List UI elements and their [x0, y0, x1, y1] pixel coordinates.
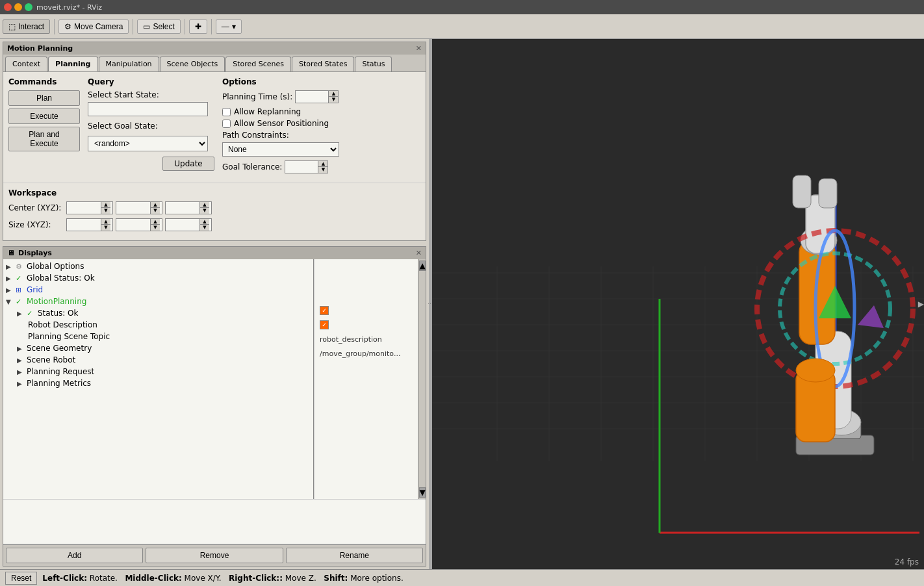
allow-replanning-checkbox[interactable] — [222, 108, 231, 116]
tab-context[interactable]: Context — [5, 57, 47, 71]
tree-item-planning-request[interactable]: ▶ Planning Request — [3, 366, 313, 377]
cz-up[interactable]: ▲ — [200, 202, 209, 208]
mp-close-button[interactable]: ✕ — [416, 44, 422, 53]
tree-item-scene-geometry[interactable]: ▶ Scene Geometry — [3, 342, 313, 354]
value-row-motion-planning: ✓ — [317, 303, 415, 318]
plan-execute-button[interactable]: Plan and Execute — [8, 127, 80, 151]
scroll-up[interactable]: ▲ — [419, 261, 426, 271]
update-button[interactable]: Update — [162, 157, 214, 171]
add-display-button[interactable]: Add — [6, 548, 143, 563]
scrollbar[interactable]: ▲ ▼ — [418, 259, 426, 499]
start-state-input[interactable] — [88, 102, 208, 116]
query-section: Query Select Start State: Select Goal St… — [88, 77, 214, 177]
size-y-spinbox[interactable]: 2.00 ▲ ▼ — [116, 218, 162, 231]
add-button[interactable]: ✚ — [189, 19, 207, 34]
size-x-spinbox[interactable]: 2.00 ▲ ▼ — [66, 218, 113, 231]
svg-rect-28 — [819, 179, 837, 208]
spin-down[interactable]: ▼ — [329, 97, 338, 103]
cz-down[interactable]: ▼ — [200, 208, 209, 214]
cy-down[interactable]: ▼ — [151, 208, 160, 214]
viewport-expand-right[interactable]: ▶ — [918, 299, 924, 309]
mp-title: Motion Planning — [7, 44, 73, 53]
size-y-input[interactable]: 2.00 — [116, 219, 150, 231]
displays-title: Displays — [18, 249, 52, 257]
cy-up[interactable]: ▲ — [151, 202, 160, 208]
motion-planning-label: MotionPlanning — [27, 297, 311, 306]
cx-up[interactable]: ▲ — [101, 202, 110, 208]
interact-button[interactable]: ⬚ Interact — [3, 19, 50, 34]
mp-panel-header: Motion Planning ✕ — [3, 42, 426, 55]
goal-state-select[interactable]: <random> — [88, 136, 208, 151]
center-y-input[interactable]: 0.00 — [116, 202, 150, 214]
status-checkbox[interactable]: ✓ — [320, 320, 329, 329]
size-z-input[interactable]: 2.00 — [166, 219, 199, 231]
separator — [54, 19, 55, 34]
planning-time-input[interactable]: 5.00 — [296, 91, 328, 103]
tree-item-status-ok[interactable]: ▶ ✓ Status: Ok — [3, 307, 313, 319]
sz-down[interactable]: ▼ — [200, 225, 209, 231]
remove-display-button[interactable]: Remove — [146, 548, 283, 563]
move-camera-button[interactable]: ⚙ Move Camera — [58, 19, 129, 34]
goal-state-label: Select Goal State: — [88, 121, 214, 131]
tab-planning[interactable]: Planning — [48, 57, 97, 71]
tree-item-planning-metrics[interactable]: ▶ Planning Metrics — [3, 377, 313, 389]
displays-body: ▶ ⚙ Global Options ▶ ✓ Global Status: Ok… — [3, 259, 426, 499]
tab-stored-states[interactable]: Stored States — [292, 57, 354, 71]
sz-up[interactable]: ▲ — [200, 219, 209, 225]
grid-display — [432, 39, 924, 569]
displays-close-button[interactable]: ✕ — [416, 249, 422, 257]
sy-up[interactable]: ▲ — [151, 219, 160, 225]
rename-display-button[interactable]: Rename — [286, 548, 423, 563]
expand-icon: ▶ — [17, 357, 25, 364]
goal-tolerance-input[interactable]: 0.00 — [285, 161, 318, 173]
scroll-down[interactable]: ▼ — [419, 487, 426, 498]
tab-status[interactable]: Status — [355, 57, 392, 71]
minimize-button[interactable] — [14, 3, 22, 11]
plan-button[interactable]: Plan — [8, 90, 80, 106]
constraints-dropdown[interactable]: None — [223, 143, 339, 156]
sx-down[interactable]: ▼ — [101, 225, 110, 231]
center-z-input[interactable]: 0.00 — [166, 202, 199, 214]
close-button[interactable] — [4, 3, 12, 11]
tree-item-planning-scene[interactable]: Planning Scene Topic — [3, 331, 313, 342]
tree-item-grid[interactable]: ▶ ⊞ Grid — [3, 284, 313, 296]
plus-icon: ✚ — [195, 22, 201, 31]
tree-item-motion-planning[interactable]: ▼ ✓ MotionPlanning — [3, 296, 313, 307]
path-constraints-select[interactable]: None — [222, 142, 339, 157]
goal-spin-down[interactable]: ▼ — [318, 167, 327, 173]
center-x-spinbox[interactable]: 0.00 ▲ ▼ — [66, 201, 113, 214]
tree-item-global-options[interactable]: ▶ ⚙ Global Options — [3, 261, 313, 272]
size-x-input[interactable]: 2.00 — [67, 219, 101, 231]
motion-planning-checkbox[interactable]: ✓ — [320, 306, 329, 315]
spin-up[interactable]: ▲ — [329, 91, 338, 97]
tab-stored-scenes[interactable]: Stored Scenes — [225, 57, 291, 71]
goal-spin-up[interactable]: ▲ — [318, 161, 327, 167]
maximize-button[interactable] — [25, 3, 32, 11]
select-button[interactable]: ▭ Select — [137, 19, 180, 34]
center-z-spinbox[interactable]: 0.00 ▲ ▼ — [165, 201, 212, 214]
tree-item-global-status[interactable]: ▶ ✓ Global Status: Ok — [3, 272, 313, 284]
sy-down[interactable]: ▼ — [151, 225, 160, 231]
status-hint: Left-Click: Rotate. Middle-Click: Move X… — [42, 574, 403, 583]
planning-time-spinbox[interactable]: 5.00 ▲ ▼ — [295, 90, 339, 103]
center-y-spinbox[interactable]: 0.00 ▲ ▼ — [116, 201, 162, 214]
tab-scene-objects[interactable]: Scene Objects — [160, 57, 225, 71]
center-x-input[interactable]: 0.00 — [67, 202, 101, 214]
reset-button[interactable]: Reset — [5, 572, 37, 585]
scene-geometry-label: Scene Geometry — [27, 344, 311, 353]
cx-down[interactable]: ▼ — [101, 208, 110, 214]
tab-manipulation[interactable]: Manipulation — [99, 57, 159, 71]
cursor-icon: ⬚ — [8, 22, 16, 31]
titlebar: moveit.rviz* - RViz — [0, 0, 924, 14]
viewport[interactable]: ▶ 24 fps — [432, 39, 924, 569]
minus-button[interactable]: — ▾ — [216, 19, 242, 34]
sx-up[interactable]: ▲ — [101, 219, 110, 225]
displays-footer: Add Remove Rename — [3, 544, 426, 566]
tree-item-scene-robot[interactable]: ▶ Scene Robot — [3, 354, 313, 366]
window-controls[interactable] — [4, 3, 32, 11]
goal-tolerance-spinbox[interactable]: 0.00 ▲ ▼ — [285, 160, 328, 173]
allow-sensor-checkbox[interactable] — [222, 120, 231, 128]
tree-item-robot-desc[interactable]: Robot Description — [3, 319, 313, 331]
size-z-spinbox[interactable]: 2.00 ▲ ▼ — [165, 218, 212, 231]
execute-button[interactable]: Execute — [8, 108, 80, 124]
